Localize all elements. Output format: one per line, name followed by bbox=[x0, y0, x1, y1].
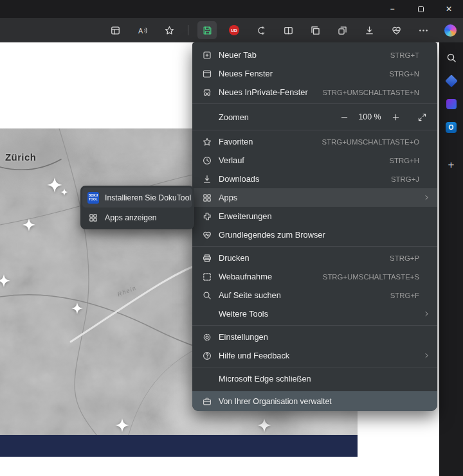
submenu-item-label: Apps anzeigen bbox=[105, 213, 157, 222]
menu-item-neues-inprivate-fenster[interactable]: Neues InPrivate-FensterSTRG+UMSCHALTTAST… bbox=[192, 83, 437, 101]
chevron-right-icon bbox=[422, 193, 431, 202]
menu-item-hilfe-und-feedback[interactable]: Hilfe und Feedback bbox=[192, 346, 437, 365]
menu-item-verlauf[interactable]: VerlaufSTRG+H bbox=[192, 151, 437, 170]
menu-item-label: Von Ihrer Organisation verwaltet bbox=[219, 397, 332, 406]
dokutool-logo-icon: DOKUTOOL bbox=[87, 192, 99, 204]
ud-extension-icon[interactable]: UD bbox=[224, 21, 244, 39]
menu-item-label: Neuer Tab bbox=[219, 50, 257, 60]
menu-item-label: Neues Fenster bbox=[219, 69, 273, 78]
menu-item-label: Hilfe und Feedback bbox=[219, 351, 289, 360]
sidebar-designer-icon[interactable] bbox=[442, 95, 460, 113]
settings-more-icon[interactable] bbox=[413, 21, 433, 39]
menu-icon-empty bbox=[202, 374, 212, 384]
map-city-label: Zürich bbox=[5, 152, 36, 163]
workspaces-icon[interactable] bbox=[105, 21, 125, 39]
dokutool-logo-icon: DOKUTOOL bbox=[87, 192, 99, 204]
menu-separator bbox=[192, 367, 437, 367]
submenu-item-apps-anzeigen[interactable]: Apps anzeigen bbox=[82, 207, 192, 227]
submenu-item-dokutool-installieren[interactable]: DOKUTOOLInstallieren Sie DokuTool bbox=[82, 188, 192, 207]
ud-badge-text: UD bbox=[229, 25, 239, 35]
menu-item-neuer-tab[interactable]: Neuer TabSTRG+T bbox=[192, 46, 437, 64]
menu-item-shortcut: STRG+J bbox=[391, 175, 430, 183]
menu-separator bbox=[192, 130, 437, 130]
menu-item-von-organisation-verwaltet[interactable]: Von Ihrer Organisation verwaltet bbox=[192, 391, 437, 411]
menu-item-label: Verlauf bbox=[219, 155, 244, 165]
copilot-orb bbox=[444, 24, 457, 37]
zoom-value: 100 % bbox=[356, 112, 383, 121]
download-icon bbox=[202, 174, 212, 184]
menu-item-erweiterungen[interactable]: Erweiterungen bbox=[192, 207, 437, 225]
menu-item-neues-fenster[interactable]: Neues FensterSTRG+N bbox=[192, 64, 437, 83]
menu-item-shortcut: STRG+UMSCHALTTASTE+S bbox=[323, 273, 430, 281]
menu-item-label: Downloads bbox=[219, 174, 259, 184]
close-button[interactable]: ✕ bbox=[435, 0, 463, 18]
edge-sidebar: O+ bbox=[439, 42, 463, 476]
save-extension-icon[interactable] bbox=[197, 21, 217, 39]
inprivate-icon bbox=[202, 87, 212, 98]
menu-item-label: Einstellungen bbox=[219, 332, 268, 342]
zoom-out-button[interactable] bbox=[336, 109, 352, 125]
fullscreen-button[interactable] bbox=[414, 109, 430, 125]
minimize-button[interactable]: − bbox=[378, 0, 406, 18]
menu-separator bbox=[192, 103, 437, 104]
menu-item-zoomen[interactable]: Zoomen100 % bbox=[192, 106, 437, 128]
sidebar-outlook-icon[interactable]: O bbox=[442, 118, 460, 136]
menu-item-weitere-tools[interactable]: Weitere Tools bbox=[192, 304, 437, 323]
apps-grid-icon bbox=[87, 212, 99, 224]
split-screen-icon[interactable] bbox=[278, 21, 298, 39]
menu-item-drucken[interactable]: DruckenSTRG+P bbox=[192, 249, 437, 267]
page-footer-band bbox=[0, 435, 358, 457]
menu-item-label: Zoomen bbox=[219, 112, 249, 122]
menu-item-grundlegendes-zum-browser[interactable]: Grundlegendes zum Browser bbox=[192, 225, 437, 244]
sidebar-search-icon[interactable] bbox=[442, 49, 460, 67]
star-icon bbox=[202, 137, 212, 147]
read-aloud-icon[interactable]: A bbox=[132, 21, 152, 39]
apps-submenu: DOKUTOOLInstallieren Sie DokuToolApps an… bbox=[80, 186, 194, 229]
menu-item-microsoft-edge-schliessen[interactable]: Microsoft Edge schließen bbox=[192, 369, 437, 388]
extensions-icon bbox=[202, 211, 212, 222]
menu-item-label: Auf Seite suchen bbox=[219, 290, 281, 300]
menu-item-label: Webaufnahme bbox=[219, 272, 272, 281]
sidebar-add-icon[interactable]: + bbox=[442, 155, 460, 173]
menu-item-shortcut: STRG+N bbox=[389, 70, 430, 78]
help-icon bbox=[202, 351, 212, 361]
zoom-in-button[interactable] bbox=[388, 109, 403, 125]
menu-item-shortcut: STRG+H bbox=[389, 157, 430, 164]
menu-item-label: Drucken bbox=[219, 253, 250, 263]
tab-groups-icon[interactable] bbox=[332, 21, 352, 39]
toolbar-separator bbox=[188, 25, 188, 35]
dokutool-logo-line2: TOOL bbox=[89, 198, 98, 202]
sidebar-microsoft-365-icon[interactable] bbox=[442, 72, 460, 90]
menu-item-auf-seite-suchen[interactable]: Auf Seite suchenSTRG+F bbox=[192, 286, 437, 304]
browser-essentials-icon[interactable] bbox=[386, 21, 406, 39]
outlook-letter: O bbox=[446, 122, 457, 133]
menu-item-shortcut: STRG+UMSCHALTTASTE+N bbox=[322, 89, 430, 96]
menu-item-downloads[interactable]: DownloadsSTRG+J bbox=[192, 170, 437, 188]
menu-item-label: Grundlegendes zum Browser bbox=[219, 230, 325, 240]
web-capture-icon bbox=[202, 272, 212, 282]
essentials-icon bbox=[202, 230, 212, 240]
menu-icon-empty bbox=[202, 309, 212, 319]
menu-item-apps[interactable]: Apps bbox=[192, 188, 437, 207]
menu-icon-empty bbox=[202, 112, 212, 122]
menu-item-favoriten[interactable]: FavoritenSTRG+UMSCHALTTASTE+O bbox=[192, 132, 437, 151]
menu-item-webaufnahme[interactable]: WebaufnahmeSTRG+UMSCHALTTASTE+S bbox=[192, 267, 437, 286]
copilot-icon[interactable] bbox=[440, 21, 460, 39]
menu-separator bbox=[192, 325, 437, 326]
chevron-right-icon bbox=[422, 310, 431, 318]
m365-diamond bbox=[445, 75, 458, 87]
new-tab-icon bbox=[202, 50, 212, 60]
gear-icon bbox=[202, 332, 212, 342]
menu-item-label: Neues InPrivate-Fenster bbox=[219, 87, 308, 97]
print-icon bbox=[202, 253, 212, 263]
menu-item-label: Microsoft Edge schließen bbox=[219, 374, 311, 383]
favorite-star-icon[interactable] bbox=[159, 21, 179, 39]
extension-c-icon[interactable] bbox=[251, 21, 271, 39]
menu-item-einstellungen[interactable]: Einstellungen bbox=[192, 328, 437, 346]
menu-item-shortcut: STRG+P bbox=[390, 254, 430, 262]
downloads-icon[interactable] bbox=[359, 21, 379, 39]
menu-item-shortcut: STRG+T bbox=[390, 51, 430, 59]
submenu-item-label: Installieren Sie DokuTool bbox=[105, 193, 191, 202]
collections-icon[interactable] bbox=[305, 21, 325, 39]
maximize-button[interactable] bbox=[406, 0, 435, 18]
